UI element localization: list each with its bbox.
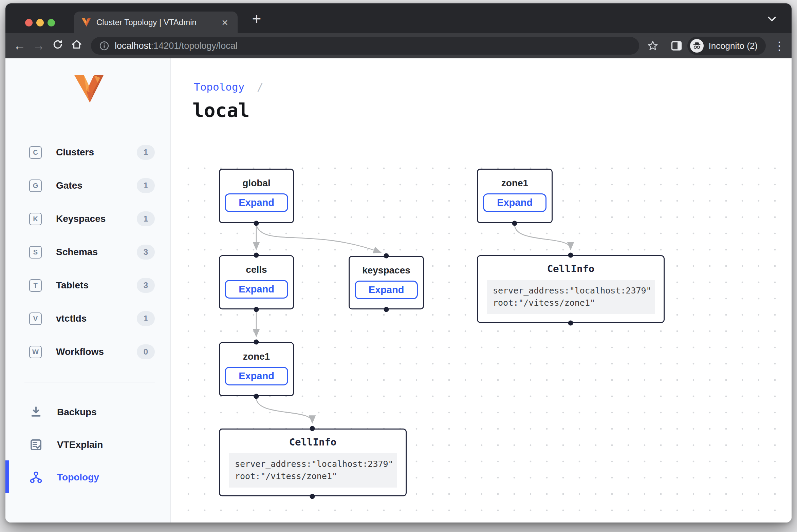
vtctlds-icon: V [29,312,42,325]
count-badge: 1 [137,178,155,193]
sidebar-item-topology[interactable]: Topology [5,461,170,494]
fullscreen-window-button[interactable] [48,19,55,26]
topology-icon [29,471,43,484]
incognito-label: Incognito (2) [708,41,758,51]
vtadmin-page: C Clusters 1 G Gates 1 K Keyspaces 1 S S… [5,58,792,522]
url-text: localhost:14201/topology/local [115,41,238,51]
node-title: keyspaces [350,265,423,276]
node-global[interactable]: global Expand [219,169,294,223]
sidebar-item-label: Clusters [56,147,137,158]
active-nav-indicator [5,460,9,493]
url-host: localhost [115,41,151,51]
sidebar-item-backups[interactable]: Backups [5,396,170,429]
browser-toolbar: ← → localhost:14201/topology/local [5,33,792,58]
sidebar-item-label: Keyspaces [56,213,137,224]
expand-button[interactable]: Expand [483,193,546,212]
sidebar-item-label: Topology [57,472,99,483]
download-icon [29,405,43,419]
tab-cluster-topology[interactable]: Cluster Topology | VTAdmin × [74,12,238,33]
count-badge: 1 [137,145,155,160]
count-badge: 3 [137,245,155,260]
count-badge: 3 [137,278,155,293]
browser-window: Cluster Topology | VTAdmin × + ← → [5,3,792,522]
incognito-icon [690,39,704,53]
sidebar-item-label: vtctlds [56,313,137,324]
close-window-button[interactable] [25,19,33,26]
node-keyspaces[interactable]: keyspaces Expand [349,256,424,309]
node-title: global [220,178,293,189]
node-cellinfo-zone1-cell[interactable]: CellInfo server_address:"localhost:2379"… [477,255,665,323]
keyspaces-icon: K [29,213,42,225]
count-badge: 1 [137,211,155,226]
side-panel-icon[interactable] [670,40,683,52]
chevron-down-icon[interactable] [766,15,778,23]
sidebar-item-label: Workflows [56,346,137,357]
node-zone1[interactable]: zone1 Expand [219,342,294,396]
sidebar-item-clusters[interactable]: C Clusters 1 [5,136,170,169]
sidebar-item-label: Backups [57,407,97,418]
sidebar-item-keyspaces[interactable]: K Keyspaces 1 [5,202,170,235]
sidebar-item-gates[interactable]: G Gates 1 [5,169,170,202]
node-zone1-cell[interactable]: zone1 Expand [477,169,553,223]
node-title: cells [220,264,293,275]
cellinfo-code: server_address:"localhost:2379" root:"/v… [229,453,397,488]
sidebar-links: Backups VTExplain [5,396,170,494]
sidebar-divider [24,382,155,382]
document-check-icon [29,438,43,452]
node-title: CellInfo [220,436,406,448]
url-path: :14201/topology/local [151,41,238,51]
url-bar[interactable]: localhost:14201/topology/local [91,37,639,55]
sidebar-item-vtexplain[interactable]: VTExplain [5,429,170,461]
tablets-icon: T [29,279,42,292]
browser-menu-icon[interactable]: ⋮ [771,39,788,53]
page-info-icon[interactable] [99,41,109,51]
count-badge: 1 [137,311,155,326]
sidebar-item-label: Gates [56,180,137,191]
home-icon[interactable] [67,39,86,53]
sidebar-item-tablets[interactable]: T Tablets 3 [5,269,170,302]
expand-button[interactable]: Expand [225,367,288,385]
sidebar-item-label: Tablets [56,280,137,291]
close-tab-icon[interactable]: × [220,17,230,28]
count-badge: 0 [137,344,155,359]
expand-button[interactable]: Expand [225,193,288,212]
node-cells[interactable]: cells Expand [219,255,294,309]
cellinfo-code: server_address:"localhost:2379" root:"/v… [487,280,655,314]
tab-strip: Cluster Topology | VTAdmin × + [5,3,792,33]
workflows-icon: W [29,346,42,358]
schemas-icon: S [29,246,42,259]
node-cellinfo-zone1[interactable]: CellInfo server_address:"localhost:2379"… [219,429,407,496]
gates-icon: G [29,179,42,192]
tab-title: Cluster Topology | VTAdmin [96,18,220,27]
node-title: zone1 [220,351,293,362]
sidebar-item-vtctlds[interactable]: V vtctlds 1 [5,302,170,335]
clusters-icon: C [29,146,42,159]
expand-button[interactable]: Expand [225,280,288,299]
vitess-favicon [81,18,91,27]
back-icon[interactable]: ← [10,39,29,53]
minimize-window-button[interactable] [36,19,44,26]
new-tab-button[interactable]: + [247,10,266,28]
code-line: server_address:"localhost:2379" [493,286,651,296]
reload-icon[interactable] [48,39,67,53]
sidebar: C Clusters 1 G Gates 1 K Keyspaces 1 S S… [5,58,171,522]
code-line: server_address:"localhost:2379" [235,459,393,469]
node-title: CellInfo [478,263,664,274]
vitess-logo [73,75,105,103]
sidebar-item-label: Schemas [56,247,137,258]
sidebar-item-schemas[interactable]: S Schemas 3 [5,235,170,269]
expand-button[interactable]: Expand [355,281,418,299]
bookmark-star-icon[interactable] [647,40,659,52]
forward-icon[interactable]: → [29,39,48,53]
topology-canvas[interactable]: global Expand zone1 Expand cells Expand … [171,58,792,522]
code-line: root:"/vitess/zone1" [235,471,337,481]
code-line: root:"/vitess/zone1" [493,298,595,308]
sidebar-item-label: VTExplain [57,439,103,450]
profile-incognito-badge[interactable]: Incognito (2) [687,37,766,55]
main-content: Topology / local global Expand zone1 Exp… [171,58,792,522]
sidebar-item-workflows[interactable]: W Workflows 0 [5,335,170,368]
sidebar-nav: C Clusters 1 G Gates 1 K Keyspaces 1 S S… [5,136,170,368]
node-title: zone1 [478,178,552,189]
